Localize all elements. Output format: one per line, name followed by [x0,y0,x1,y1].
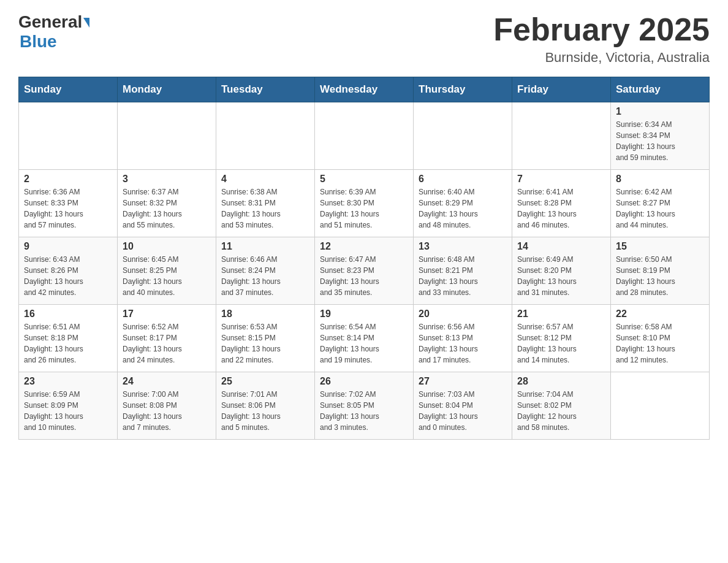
day-number: 13 [419,241,507,252]
day-number: 6 [419,174,507,185]
day-number: 22 [616,308,704,320]
calendar-cell: 19Sunrise: 6:54 AM Sunset: 8:14 PM Dayli… [315,305,414,372]
calendar-cell [611,372,710,440]
location-title: Burnside, Victoria, Australia [493,50,710,66]
calendar-cell: 17Sunrise: 6:52 AM Sunset: 8:17 PM Dayli… [118,305,216,372]
day-info: Sunrise: 7:01 AM Sunset: 8:06 PM Dayligh… [221,389,309,433]
day-number: 23 [24,376,112,387]
calendar-cell: 25Sunrise: 7:01 AM Sunset: 8:06 PM Dayli… [216,372,315,440]
calendar-week-row: 9Sunrise: 6:43 AM Sunset: 8:26 PM Daylig… [19,237,710,305]
calendar-cell: 5Sunrise: 6:39 AM Sunset: 8:30 PM Daylig… [315,170,414,237]
day-number: 5 [320,174,408,185]
weekday-header-sunday: Sunday [19,77,118,102]
calendar-cell: 2Sunrise: 6:36 AM Sunset: 8:33 PM Daylig… [19,170,118,237]
calendar-cell: 23Sunrise: 6:59 AM Sunset: 8:09 PM Dayli… [19,372,118,440]
calendar-cell: 4Sunrise: 6:38 AM Sunset: 8:31 PM Daylig… [216,170,315,237]
day-number: 20 [419,308,507,320]
day-number: 21 [517,308,605,320]
weekday-header-friday: Friday [512,77,611,102]
calendar-cell: 6Sunrise: 6:40 AM Sunset: 8:29 PM Daylig… [414,170,512,237]
day-number: 15 [616,241,704,252]
day-info: Sunrise: 6:39 AM Sunset: 8:30 PM Dayligh… [320,186,408,231]
day-info: Sunrise: 6:52 AM Sunset: 8:17 PM Dayligh… [123,321,211,366]
day-number: 2 [24,174,112,185]
calendar-cell: 7Sunrise: 6:41 AM Sunset: 8:28 PM Daylig… [512,170,611,237]
day-info: Sunrise: 6:41 AM Sunset: 8:28 PM Dayligh… [517,186,605,231]
day-number: 3 [123,174,211,185]
day-info: Sunrise: 6:36 AM Sunset: 8:33 PM Dayligh… [24,186,112,231]
day-info: Sunrise: 7:00 AM Sunset: 8:08 PM Dayligh… [123,389,211,433]
weekday-header-wednesday: Wednesday [315,77,414,102]
calendar-cell: 27Sunrise: 7:03 AM Sunset: 8:04 PM Dayli… [414,372,512,440]
calendar-cell: 3Sunrise: 6:37 AM Sunset: 8:32 PM Daylig… [118,170,216,237]
day-info: Sunrise: 6:57 AM Sunset: 8:12 PM Dayligh… [517,321,605,366]
calendar-cell: 9Sunrise: 6:43 AM Sunset: 8:26 PM Daylig… [19,237,118,305]
calendar-cell: 22Sunrise: 6:58 AM Sunset: 8:10 PM Dayli… [611,305,710,372]
calendar-cell [414,102,512,170]
calendar-cell [118,102,216,170]
calendar-cell: 18Sunrise: 6:53 AM Sunset: 8:15 PM Dayli… [216,305,315,372]
calendar-cell: 13Sunrise: 6:48 AM Sunset: 8:21 PM Dayli… [414,237,512,305]
logo: General Blue [18,12,91,52]
day-number: 19 [320,308,408,320]
day-info: Sunrise: 6:38 AM Sunset: 8:31 PM Dayligh… [221,186,309,231]
day-number: 10 [123,241,211,252]
calendar-cell: 26Sunrise: 7:02 AM Sunset: 8:05 PM Dayli… [315,372,414,440]
calendar-cell: 20Sunrise: 6:56 AM Sunset: 8:13 PM Dayli… [414,305,512,372]
day-info: Sunrise: 6:42 AM Sunset: 8:27 PM Dayligh… [616,186,704,231]
day-info: Sunrise: 7:04 AM Sunset: 8:02 PM Dayligh… [517,389,605,433]
logo-blue-text: Blue [20,32,57,52]
calendar-cell: 12Sunrise: 6:47 AM Sunset: 8:23 PM Dayli… [315,237,414,305]
calendar-week-row: 1Sunrise: 6:34 AM Sunset: 8:34 PM Daylig… [19,102,710,170]
logo-arrow-icon [83,18,89,28]
weekday-header-saturday: Saturday [611,77,710,102]
day-number: 12 [320,241,408,252]
day-info: Sunrise: 6:34 AM Sunset: 8:34 PM Dayligh… [616,119,704,163]
day-number: 24 [123,376,211,387]
day-info: Sunrise: 7:02 AM Sunset: 8:05 PM Dayligh… [320,389,408,433]
month-title: February 2025 [493,12,710,47]
weekday-header-tuesday: Tuesday [216,77,315,102]
day-info: Sunrise: 7:03 AM Sunset: 8:04 PM Dayligh… [419,389,507,433]
day-number: 26 [320,376,408,387]
calendar-week-row: 2Sunrise: 6:36 AM Sunset: 8:33 PM Daylig… [19,170,710,237]
calendar-table: SundayMondayTuesdayWednesdayThursdayFrid… [18,77,710,440]
calendar-cell [315,102,414,170]
calendar-cell: 16Sunrise: 6:51 AM Sunset: 8:18 PM Dayli… [19,305,118,372]
day-number: 7 [517,174,605,185]
day-number: 8 [616,174,704,185]
calendar-cell: 15Sunrise: 6:50 AM Sunset: 8:19 PM Dayli… [611,237,710,305]
calendar-cell [19,102,118,170]
calendar-cell [216,102,315,170]
day-info: Sunrise: 6:46 AM Sunset: 8:24 PM Dayligh… [221,254,309,298]
day-info: Sunrise: 6:45 AM Sunset: 8:25 PM Dayligh… [123,254,211,298]
calendar-cell [512,102,611,170]
day-number: 14 [517,241,605,252]
calendar-cell: 8Sunrise: 6:42 AM Sunset: 8:27 PM Daylig… [611,170,710,237]
day-info: Sunrise: 6:40 AM Sunset: 8:29 PM Dayligh… [419,186,507,231]
day-number: 17 [123,308,211,320]
calendar-week-row: 23Sunrise: 6:59 AM Sunset: 8:09 PM Dayli… [19,372,710,440]
logo-general-text: General [18,12,82,32]
page-header: General Blue February 2025 Burnside, Vic… [18,12,710,66]
day-number: 1 [616,106,704,117]
day-info: Sunrise: 6:59 AM Sunset: 8:09 PM Dayligh… [24,389,112,433]
weekday-header-thursday: Thursday [414,77,512,102]
day-info: Sunrise: 6:37 AM Sunset: 8:32 PM Dayligh… [123,186,211,231]
calendar-cell: 21Sunrise: 6:57 AM Sunset: 8:12 PM Dayli… [512,305,611,372]
day-number: 9 [24,241,112,252]
day-info: Sunrise: 6:47 AM Sunset: 8:23 PM Dayligh… [320,254,408,298]
calendar-cell: 1Sunrise: 6:34 AM Sunset: 8:34 PM Daylig… [611,102,710,170]
day-number: 4 [221,174,309,185]
day-info: Sunrise: 6:49 AM Sunset: 8:20 PM Dayligh… [517,254,605,298]
day-info: Sunrise: 6:58 AM Sunset: 8:10 PM Dayligh… [616,321,704,366]
day-info: Sunrise: 6:54 AM Sunset: 8:14 PM Dayligh… [320,321,408,366]
day-info: Sunrise: 6:50 AM Sunset: 8:19 PM Dayligh… [616,254,704,298]
day-number: 27 [419,376,507,387]
calendar-cell: 24Sunrise: 7:00 AM Sunset: 8:08 PM Dayli… [118,372,216,440]
weekday-header-monday: Monday [118,77,216,102]
day-number: 11 [221,241,309,252]
day-number: 28 [517,376,605,387]
calendar-cell: 28Sunrise: 7:04 AM Sunset: 8:02 PM Dayli… [512,372,611,440]
calendar-cell: 10Sunrise: 6:45 AM Sunset: 8:25 PM Dayli… [118,237,216,305]
